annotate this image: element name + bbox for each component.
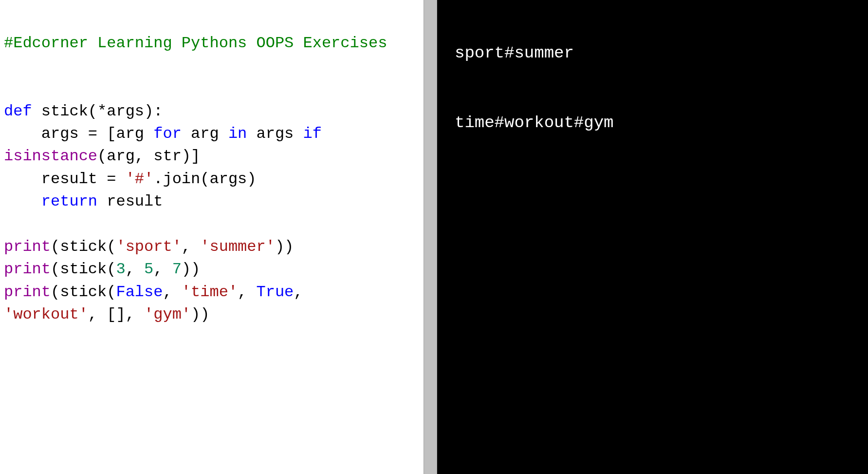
code-text: , — [294, 283, 303, 301]
code-builtin-isinstance: isinstance — [4, 147, 97, 165]
code-keyword-for: for — [153, 125, 182, 143]
code-builtin-print: print — [4, 238, 51, 256]
code-text: (stick( — [51, 283, 116, 301]
code-comment: #Edcorner Learning Pythons OOPS Exercise… — [4, 34, 387, 52]
code-text: )) — [275, 238, 294, 256]
code-string: 'time' — [182, 283, 238, 301]
code-text: (stick( — [51, 238, 116, 256]
code-text: )) — [182, 260, 200, 278]
code-string: 'workout' — [4, 305, 88, 323]
code-const-false: False — [116, 283, 163, 301]
code-builtin-print: print — [4, 260, 51, 278]
code-text: (arg, str)] — [97, 147, 200, 165]
code-text: , — [182, 238, 200, 256]
code-keyword-if: if — [303, 125, 322, 143]
code-number: 5 — [144, 260, 153, 278]
code-string: 'gym' — [144, 305, 191, 323]
code-text: , — [238, 283, 256, 301]
code-text: args = [arg — [4, 125, 153, 143]
code-text: result = — [4, 170, 126, 188]
code-text: result — [97, 192, 163, 210]
code-keyword-def: def — [4, 102, 32, 120]
output-line: time#workout#gym — [455, 112, 850, 135]
code-number: 7 — [172, 260, 182, 278]
code-text: , — [163, 283, 181, 301]
code-text: (stick( — [51, 260, 116, 278]
code-keyword-in: in — [228, 125, 247, 143]
output-line: sport#summer — [455, 42, 850, 65]
code-string: 'summer' — [200, 238, 275, 256]
code-text: stick(*args): — [32, 102, 163, 120]
code-text: , [], — [88, 305, 144, 323]
code-string: 'sport' — [116, 238, 181, 256]
code-const-true: True — [256, 283, 294, 301]
code-string: '#' — [126, 170, 154, 188]
code-number: 3 — [116, 260, 125, 278]
code-text: , — [153, 260, 172, 278]
output-console-pane[interactable]: sport#summer time#workout#gym — [437, 0, 868, 474]
code-text: )) — [191, 305, 209, 323]
code-text: , — [126, 260, 144, 278]
code-text: args — [247, 125, 303, 143]
code-text: arg — [182, 125, 228, 143]
code-keyword-return: return — [4, 192, 97, 210]
code-builtin-print: print — [4, 283, 51, 301]
code-text: .join(args) — [153, 170, 256, 188]
pane-divider[interactable] — [424, 0, 437, 474]
code-editor-pane[interactable]: #Edcorner Learning Pythons OOPS Exercise… — [0, 0, 424, 474]
